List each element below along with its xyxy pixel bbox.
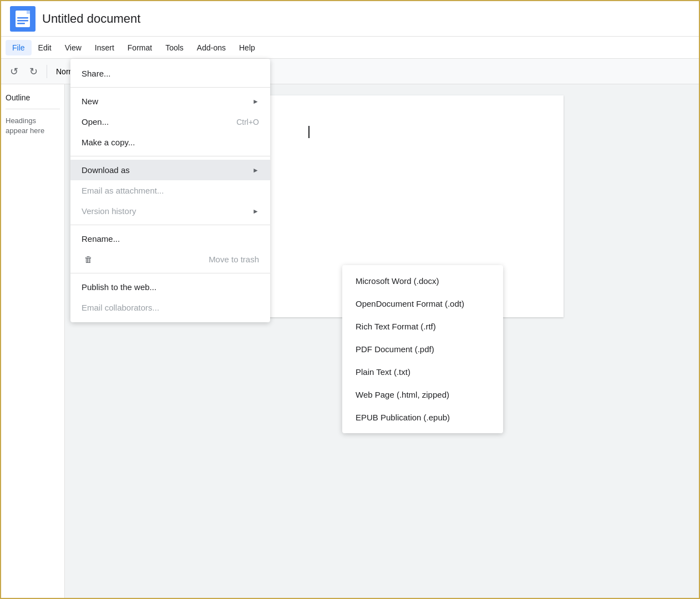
download-pdf-label: PDF Document (.pdf) <box>356 344 434 354</box>
menu-sep-1 <box>70 87 270 88</box>
menu-copy[interactable]: Make a copy... <box>70 132 270 153</box>
text-cursor <box>308 126 310 138</box>
menu-bar: File Edit View Insert Format Tools Add-o… <box>1 37 700 59</box>
svg-rect-3 <box>17 20 28 22</box>
app-icon <box>10 6 35 32</box>
menu-download[interactable]: Download as ► <box>70 160 270 180</box>
menu-email-attachment-label: Email as attachment... <box>82 186 164 195</box>
menu-version-label: Version history <box>82 206 136 216</box>
menu-sep-4 <box>70 273 270 273</box>
menu-share-label: Share... <box>82 69 111 78</box>
app-header: Untitled document <box>1 1 700 37</box>
download-epub[interactable]: EPUB Publication (.epub) <box>342 406 503 429</box>
menu-item-tools[interactable]: Tools <box>159 40 190 55</box>
menu-sep-3 <box>70 225 270 225</box>
download-html[interactable]: Web Page (.html, zipped) <box>342 383 503 406</box>
download-submenu: Microsoft Word (.docx) OpenDocument Form… <box>342 265 503 433</box>
download-epub-label: EPUB Publication (.epub) <box>356 413 450 422</box>
download-txt-label: Plain Text (.txt) <box>356 367 410 377</box>
download-rtf-label: Rich Text Format (.rtf) <box>356 322 436 331</box>
menu-trash-label: Move to trash <box>209 255 259 264</box>
menu-email-collab-label: Email collaborators... <box>82 303 159 312</box>
menu-email-attachment: Email as attachment... <box>70 180 270 201</box>
menu-copy-label: Make a copy... <box>82 138 135 147</box>
download-html-label: Web Page (.html, zipped) <box>356 390 449 399</box>
document-title: Untitled document <box>42 12 140 26</box>
menu-email-collab: Email collaborators... <box>70 297 270 318</box>
menu-rename-label: Rename... <box>82 234 120 243</box>
svg-rect-2 <box>17 17 28 19</box>
download-docx-label: Microsoft Word (.docx) <box>356 276 439 286</box>
sidebar-title: Outline <box>6 93 60 102</box>
sidebar: Outline Headings appear here <box>1 84 65 599</box>
trash-icon: 🗑 <box>82 255 95 264</box>
menu-sep-2 <box>70 156 270 156</box>
menu-new-arrow: ► <box>252 98 259 105</box>
download-docx[interactable]: Microsoft Word (.docx) <box>342 270 503 292</box>
menu-version-history: Version history ► <box>70 201 270 221</box>
download-rtf[interactable]: Rich Text Format (.rtf) <box>342 315 503 338</box>
menu-publish[interactable]: Publish to the web... <box>70 277 270 297</box>
menu-open-label: Open... <box>82 117 109 126</box>
menu-item-insert[interactable]: Insert <box>88 40 121 55</box>
download-txt[interactable]: Plain Text (.txt) <box>342 361 503 383</box>
toolbar-divider-1 <box>47 65 47 78</box>
menu-item-format[interactable]: Format <box>121 40 159 55</box>
menu-download-arrow: ► <box>252 166 259 174</box>
menu-item-addons[interactable]: Add-ons <box>190 40 232 55</box>
menu-item-edit[interactable]: Edit <box>32 40 58 55</box>
sidebar-heading-placeholder: Headings appear here <box>6 116 60 136</box>
download-odt-label: OpenDocument Format (.odt) <box>356 299 464 308</box>
svg-rect-4 <box>17 23 25 24</box>
redo-button[interactable]: ↻ <box>25 63 42 80</box>
menu-publish-label: Publish to the web... <box>82 282 156 292</box>
menu-item-view[interactable]: View <box>58 40 88 55</box>
menu-share[interactable]: Share... <box>70 63 270 84</box>
menu-open-shortcut: Ctrl+O <box>236 118 259 126</box>
menu-version-arrow: ► <box>252 207 259 215</box>
menu-trash: 🗑 Move to trash <box>70 249 270 270</box>
undo-button[interactable]: ↺ <box>6 63 23 80</box>
download-pdf[interactable]: PDF Document (.pdf) <box>342 338 503 361</box>
menu-new-label: New <box>82 97 98 106</box>
menu-item-file[interactable]: File <box>6 40 32 55</box>
sidebar-divider <box>6 109 60 109</box>
menu-open[interactable]: Open... Ctrl+O <box>70 111 270 132</box>
menu-download-label: Download as <box>82 165 130 175</box>
menu-item-help[interactable]: Help <box>232 40 262 55</box>
download-odt[interactable]: OpenDocument Format (.odt) <box>342 292 503 315</box>
menu-rename[interactable]: Rename... <box>70 229 270 249</box>
file-menu: Share... New ► Open... Ctrl+O Make a cop… <box>70 59 270 322</box>
svg-rect-5 <box>27 11 30 14</box>
menu-new[interactable]: New ► <box>70 91 270 111</box>
